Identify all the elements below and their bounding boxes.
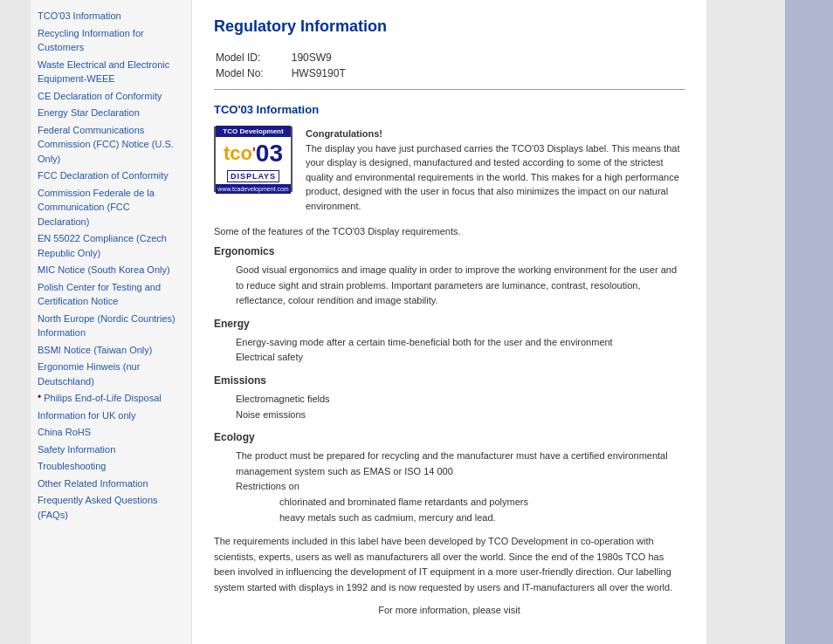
tco-logo-mid: tco ' 03 (222, 137, 285, 170)
emissions-line-2: Noise emissions (236, 408, 685, 423)
ecology-content: The product must be prepared for recycli… (236, 449, 685, 525)
tco-number: 03 (256, 140, 283, 168)
sidebar-link[interactable]: Waste Electrical and Electronic Equipmen… (38, 58, 184, 86)
tco-displays-text: DISPLAYS (227, 170, 279, 182)
sidebar-bullet-item: Philips End-of-Life Disposal (38, 391, 184, 408)
ecology-sub1: chlorinated and brominated flame retarda… (279, 495, 685, 510)
sidebar-link[interactable]: Federal Communications Commission (FCC) … (38, 123, 184, 167)
sidebar-link[interactable]: Polish Center for Testing and Certificat… (38, 280, 184, 309)
energy-line-1: Energy-saving mode after a certain time-… (236, 335, 685, 351)
model-info-table: Model ID: 190SW9 Model No: HWS9190T (214, 49, 374, 82)
tco-info-box: TCO Development tco ' 03 DISPLAYS www.tc… (214, 127, 685, 213)
model-no-label: Model No: (216, 66, 290, 80)
right-panel-light (706, 0, 785, 644)
model-id-label: Model ID: (216, 51, 290, 65)
ecology-sub2: heavy metals such as cadmium, mercury an… (279, 510, 685, 526)
sidebar-link[interactable]: Information for UK only (38, 408, 184, 423)
tco-logo-top-text: TCO Development (216, 126, 291, 137)
emissions-line-1: Electromagnetic fields (236, 392, 685, 408)
model-id-value: 190SW9 (292, 51, 372, 65)
sidebar-link[interactable]: Commission Federale de la Communication … (38, 186, 184, 230)
ergonomics-text: Good visual ergonomics and image quality… (236, 263, 685, 309)
sidebar-link[interactable]: BSMI Notice (Taiwan Only) (38, 343, 184, 358)
sidebar-link[interactable]: MIC Notice (South Korea Only) (38, 263, 184, 277)
sidebar-link[interactable]: FCC Declaration of Conformity (38, 168, 184, 183)
model-no-value: HWS9190T (292, 66, 372, 80)
sidebar-nav: TCO'03 InformationRecycling Information … (31, 0, 192, 644)
emissions-lines: Electromagnetic fields Noise emissions (236, 392, 685, 422)
emissions-title: Emissions (214, 374, 685, 387)
sidebar-link[interactable]: CE Declaration of Conformity (38, 89, 184, 104)
sidebar-link[interactable]: TCO'03 Information (38, 9, 184, 24)
ergonomics-title: Ergonomics (214, 245, 685, 257)
sidebar-link[interactable]: Troubleshooting (38, 459, 184, 474)
congrats-text: The display you have just purchased carr… (306, 143, 679, 211)
tco-logo: TCO Development tco ' 03 DISPLAYS www.tc… (214, 127, 293, 192)
sidebar-link[interactable]: EN 55022 Compliance (Czech Republic Only… (38, 231, 184, 260)
energy-line-2: Electrical safety (236, 350, 685, 366)
footer-text: For more information, please visit (214, 605, 685, 615)
main-content-area: Regulatory Information Model ID: 190SW9 … (192, 0, 706, 644)
ecology-restrictions: Restrictions on (236, 479, 685, 495)
sidebar-link[interactable]: Philips End-of-Life Disposal (44, 391, 162, 406)
sidebar-link[interactable]: Energy Star Declaration (38, 106, 184, 120)
closing-text: The requirements included in this label … (214, 534, 685, 595)
tco-section-title: TCO'03 Information (214, 103, 685, 116)
features-intro: Some of the features of the TCO'03 Displ… (214, 226, 685, 236)
energy-title: Energy (214, 318, 685, 330)
tco-text-tco: tco (224, 142, 252, 165)
ecology-title: Ecology (214, 431, 685, 443)
sidebar-link[interactable]: Frequently Asked Questions (FAQs) (38, 493, 184, 522)
ecology-text1: The product must be prepared for recycli… (236, 449, 685, 479)
congrats-title: Congratulations! (306, 128, 382, 139)
tco-description: Congratulations! The display you have ju… (306, 127, 685, 213)
energy-lines: Energy-saving mode after a certain time-… (236, 335, 685, 366)
sidebar-link[interactable]: Ergonomie Hinweis (nur Deutschland) (38, 360, 184, 388)
sidebar-link[interactable]: Safety Information (38, 442, 184, 457)
sidebar-link[interactable]: North Europe (Nordic Countries) Informat… (38, 312, 184, 340)
tco-url-text: www.tcadevelopment.com (216, 184, 291, 194)
section-divider (214, 89, 685, 90)
right-panel-blue (785, 0, 833, 644)
sidebar-link[interactable]: Recycling Information for Customers (38, 26, 184, 55)
left-decorative-panel (0, 0, 31, 644)
page-title: Regulatory Information (214, 17, 685, 36)
sidebar-link[interactable]: China RoHS (38, 425, 184, 440)
sidebar-link[interactable]: Other Related Information (38, 476, 184, 491)
